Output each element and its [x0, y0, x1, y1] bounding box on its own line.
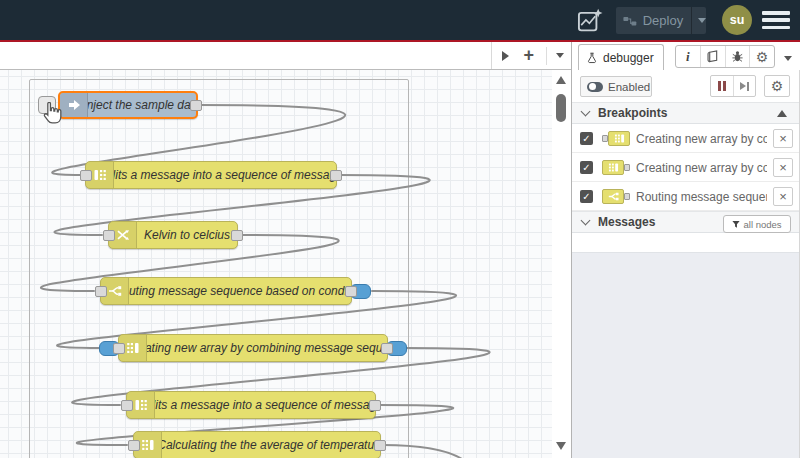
remove-breakpoint-button[interactable] [773, 187, 793, 206]
tabbar-divider [546, 47, 547, 65]
output-port[interactable] [369, 400, 381, 411]
node-split-1[interactable]: Splits a message into a sequence of mess… [85, 161, 337, 189]
scroll-down-icon[interactable] [556, 442, 566, 450]
info-button[interactable]: i [676, 46, 701, 67]
debugger-sidebar: Enabled ⚙ Breakpoints Creating new array… [572, 70, 800, 458]
user-avatar[interactable]: su [722, 5, 752, 35]
output-port[interactable] [231, 230, 243, 241]
step-button[interactable] [734, 76, 756, 96]
node-red-window: Deploy su + [0, 0, 800, 458]
add-flow-icon[interactable]: + [523, 46, 534, 64]
book-icon [706, 50, 719, 63]
breakpoint-row[interactable]: Creating new array by combining message … [572, 153, 799, 182]
scroll-top-icon[interactable] [777, 110, 787, 117]
gear-icon: ⚙ [771, 79, 784, 93]
deploy-button[interactable]: Deploy [616, 7, 706, 34]
bug-icon [731, 50, 744, 63]
messages-list-empty-row [572, 233, 799, 253]
avatar-initials: su [730, 13, 745, 27]
tabbar-actions: + [491, 42, 570, 69]
inject-arrow-icon [60, 93, 88, 117]
funnel-icon [732, 220, 740, 229]
toggle-on-icon [587, 82, 603, 92]
debugger-controls [710, 75, 756, 97]
output-port[interactable] [330, 170, 342, 181]
breakpoints-title: Breakpoints [598, 106, 667, 120]
output-port[interactable] [345, 286, 357, 297]
node-join-2[interactable]: Calculating the the average of temperatu… [133, 431, 381, 458]
remove-breakpoint-button[interactable] [773, 158, 793, 177]
node-inject[interactable]: Inject the sample data [58, 91, 198, 119]
flow-canvas[interactable]: Inject the sample data Splits a message … [0, 70, 552, 458]
node-label: Splits a message into a sequence of mess… [114, 162, 336, 188]
deploy-separator [691, 7, 692, 34]
collapse-chevron-icon [581, 216, 591, 226]
sidebar-menu-icon[interactable] [784, 56, 792, 61]
input-port[interactable] [95, 286, 107, 297]
flow-list-icon[interactable] [556, 53, 564, 58]
gear-icon: ⚙ [756, 50, 769, 64]
messages-empty-area [572, 253, 799, 458]
breakpoints-section-header[interactable]: Breakpoints [572, 102, 799, 124]
breakpoint-label: Routing message sequence based on condit… [636, 182, 767, 211]
breakpoint-checkbox[interactable] [580, 132, 593, 145]
node-label: Creating new array by combining message … [147, 335, 387, 361]
node-split-2[interactable]: Splits a message into a sequence of mess… [126, 391, 376, 419]
messages-title: Messages [598, 215, 655, 229]
workspace-tabbar: + [0, 42, 572, 70]
breakpoint-checkbox[interactable] [580, 161, 593, 174]
app-header: Deploy su [0, 0, 800, 40]
input-port[interactable] [80, 170, 92, 181]
collapse-chevron-icon [581, 107, 591, 117]
sidebar-header: debugger i ⚙ [572, 42, 800, 70]
enabled-label: Enabled [608, 81, 650, 93]
node-change[interactable]: Kelvin to celcius [108, 221, 238, 249]
node-switch[interactable]: Routing message sequence based on condit… [100, 277, 352, 305]
help-book-button[interactable] [701, 46, 726, 67]
hand-cursor-icon [41, 102, 63, 128]
scrollbar-thumb[interactable] [556, 94, 566, 122]
node-join-1[interactable]: Creating new array by combining message … [118, 334, 388, 362]
switch-node-output-icon [602, 189, 630, 204]
scroll-tabs-right-icon[interactable] [502, 51, 509, 61]
input-port[interactable] [128, 440, 140, 451]
tab-debugger[interactable]: debugger [578, 44, 664, 70]
step-icon [740, 82, 749, 91]
flask-icon [586, 51, 598, 65]
messages-section-header[interactable]: Messages all nodes [572, 211, 799, 233]
node-label: Routing message sequence based on condit… [129, 278, 351, 304]
output-port[interactable] [381, 343, 393, 354]
output-port[interactable] [190, 100, 202, 111]
debugger-toolbar: Enabled ⚙ [572, 70, 799, 102]
main-menu-icon[interactable] [762, 11, 790, 29]
assistant-icon[interactable] [576, 7, 604, 35]
canvas-vertical-scrollbar[interactable] [552, 70, 571, 458]
output-port[interactable] [374, 440, 386, 451]
breakpoint-checkbox[interactable] [580, 190, 593, 203]
pause-icon [718, 81, 726, 91]
node-label: Calculating the the average of temperatu… [162, 432, 380, 458]
deploy-caret-icon[interactable] [698, 18, 706, 23]
node-label: Kelvin to celcius [137, 222, 237, 248]
input-port[interactable] [121, 400, 133, 411]
breakpoint-row[interactable]: Routing message sequence based on condit… [572, 182, 799, 211]
node-label: Splits a message into a sequence of mess… [155, 392, 375, 418]
breakpoint-row[interactable]: Creating new array by combining message … [572, 124, 799, 153]
node-label: Inject the sample data [88, 93, 196, 117]
config-nodes-button[interactable]: ⚙ [750, 46, 774, 67]
message-filter-button[interactable]: all nodes [723, 215, 791, 233]
breakpoint-label: Creating new array by combining message … [636, 153, 767, 182]
remove-breakpoint-button[interactable] [773, 129, 793, 148]
debug-messages-button[interactable] [726, 46, 751, 67]
join-node-input-icon [602, 131, 630, 146]
pause-button[interactable] [711, 76, 734, 96]
input-port[interactable] [103, 230, 115, 241]
scroll-up-icon[interactable] [556, 76, 566, 84]
debugger-enabled-toggle[interactable]: Enabled [580, 76, 652, 97]
input-port[interactable] [113, 343, 125, 354]
tab-label: debugger [603, 51, 654, 65]
deploy-icon [623, 14, 637, 28]
debugger-settings-button[interactable]: ⚙ [764, 75, 790, 97]
breakpoint-label: Creating new array by combining message … [636, 124, 767, 153]
join-node-output-icon [602, 160, 630, 175]
